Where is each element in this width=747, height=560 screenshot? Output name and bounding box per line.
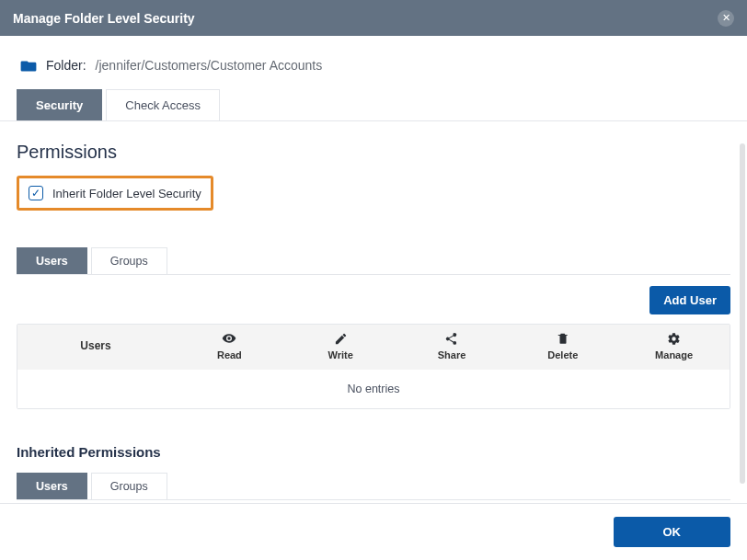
column-read: Read [174,325,285,369]
gear-icon [622,330,726,346]
inherited-subtab-groups[interactable]: Groups [91,473,167,499]
modal-content: Folder: /jennifer/Customers/Customer Acc… [0,36,747,503]
check-icon: ✓ [31,188,40,199]
permissions-heading: Permissions [17,142,730,163]
subtab-groups[interactable]: Groups [91,247,167,274]
column-manage: Manage [618,325,730,369]
no-entries-row: No entries [17,370,730,408]
ok-button[interactable]: OK [614,517,731,547]
subtabs-divider [17,274,730,275]
add-user-button[interactable]: Add User [649,286,730,314]
close-button[interactable]: ✕ [718,10,734,27]
security-tabpanel: Permissions ✓ Inherit Folder Level Secur… [0,120,747,503]
main-tabs: Security Check Access [0,89,747,120]
column-share: Share [396,325,508,369]
trash-icon [511,330,615,346]
eye-icon [178,330,282,346]
permissions-table-header: Users Read Write Sha [17,325,730,369]
folder-icon [20,58,37,73]
scrollbar[interactable] [740,143,745,484]
close-icon: ✕ [722,13,730,23]
folder-path-row: Folder: /jennifer/Customers/Customer Acc… [0,36,747,89]
permissions-subtabs: Users Groups [17,247,730,274]
modal-title: Manage Folder Level Security [13,11,195,26]
inherited-subtabs: Users Groups [17,473,730,499]
inherit-checkbox[interactable]: ✓ [29,186,43,200]
tab-check-access[interactable]: Check Access [106,89,220,120]
permissions-table: Users Read Write Sha [17,324,730,408]
inherited-permissions-heading: Inherited Permissions [17,444,730,460]
inherit-highlight-box: ✓ Inherit Folder Level Security [17,176,213,211]
add-user-row: Add User [17,286,730,314]
inherited-subtab-users[interactable]: Users [17,473,87,499]
share-icon [400,330,504,346]
inherited-subtabs-divider [17,499,730,500]
modal-header: Manage Folder Level Security ✕ [0,0,747,36]
inherit-checkbox-label: Inherit Folder Level Security [52,187,201,200]
column-delete: Delete [507,325,618,369]
tab-security[interactable]: Security [17,89,102,120]
folder-label: Folder: [46,58,86,73]
modal-footer: OK [0,503,747,560]
column-write: Write [285,325,396,369]
column-users: Users [17,325,174,369]
pencil-icon [289,330,393,346]
folder-path: /jennifer/Customers/Customer Accounts [96,58,323,73]
subtab-users[interactable]: Users [17,247,87,274]
